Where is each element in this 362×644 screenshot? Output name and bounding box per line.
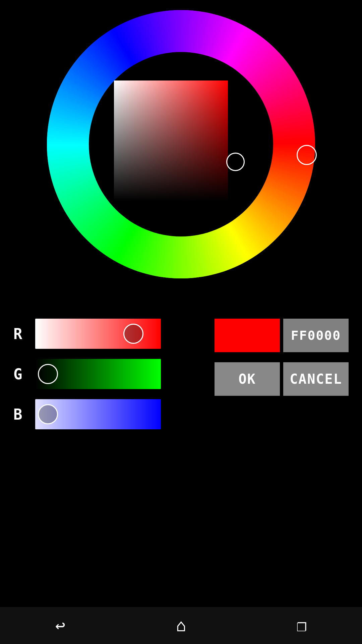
- red-slider-track[interactable]: [35, 319, 161, 349]
- color-preview-row: FF0000: [215, 319, 349, 352]
- back-button[interactable]: ↩: [55, 616, 65, 635]
- color-preview: [215, 319, 280, 352]
- right-panel: FF0000 OK CANCEL: [215, 319, 349, 396]
- blue-slider-thumb[interactable]: [38, 404, 58, 424]
- red-slider-thumb[interactable]: [123, 324, 143, 344]
- blue-label: B: [13, 406, 32, 423]
- buttons-row: OK CANCEL: [215, 362, 349, 396]
- sliders-section: R G B: [13, 319, 161, 439]
- green-slider-track[interactable]: [35, 359, 161, 389]
- color-hex-display: FF0000: [283, 319, 349, 352]
- red-label: R: [13, 325, 32, 342]
- sv-square[interactable]: [114, 80, 228, 201]
- blue-slider-track[interactable]: [35, 399, 161, 429]
- cancel-button[interactable]: CANCEL: [283, 362, 349, 396]
- recent-button[interactable]: ❐: [297, 616, 307, 635]
- blue-slider-row: B: [13, 399, 161, 429]
- ok-button[interactable]: OK: [215, 362, 280, 396]
- home-button[interactable]: ⌂: [176, 616, 186, 635]
- green-slider-thumb[interactable]: [38, 364, 58, 384]
- color-wheel-container[interactable]: [44, 7, 318, 309]
- green-slider-row: G: [13, 359, 161, 389]
- red-slider-row: R: [13, 319, 161, 349]
- nav-bar: ↩ ⌂ ❐: [0, 607, 362, 644]
- green-label: G: [13, 366, 32, 383]
